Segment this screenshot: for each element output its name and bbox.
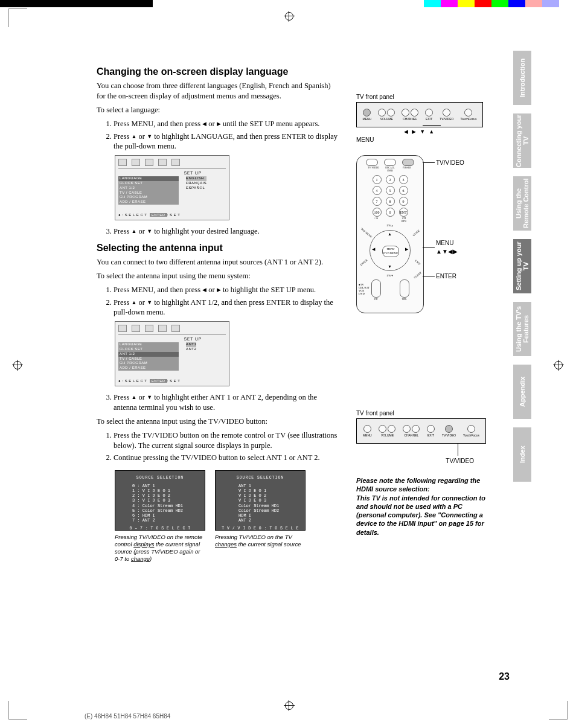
right-arrow-icon: ▶ [217, 120, 221, 127]
down-arrow-icon: ▼ [147, 228, 152, 235]
step: Continue pressing the TV/VIDEO button to… [114, 453, 338, 463]
side-column: TV front panel MENUVOLUMECHANNELEXITTV/V… [356, 94, 486, 537]
caption: Pressing TV/VIDEO on the TV changes the … [215, 534, 306, 548]
section-tab: Connecting your TV [513, 113, 531, 168]
menu-options: ENGLISHFRANÇAISESPAÑOL [179, 176, 206, 205]
remote-num-button: 8 [386, 197, 395, 206]
step: Press MENU, and then press ◀ or ▶ until … [114, 119, 338, 129]
menu-options: ANT1ANT2 [179, 342, 196, 371]
caption: Pressing TV/VIDEO on the remote control … [115, 534, 205, 563]
remote-num-button: 6 [399, 186, 408, 195]
panel-button [411, 109, 418, 117]
registration-mark [13, 361, 22, 369]
panel-button [403, 425, 411, 433]
step: Press ▲ or ▼ to highlight your desired l… [114, 226, 338, 237]
registration-mark [554, 361, 563, 369]
panel-button [412, 425, 420, 433]
remote-ch-switch [371, 279, 381, 298]
panel-button [425, 109, 433, 117]
remote-num-button: 1 [373, 175, 382, 184]
down-arrow-icon: ▼ [147, 299, 152, 306]
osd-menu-screenshot-antenna: SET UP LANGUAGECLOCK SETANT 1/2TV / CABL… [115, 321, 229, 386]
source-selection-remote: SOURCE SELECTION 0 : ANT 11 : V I D E O … [115, 470, 205, 531]
panel-button [363, 425, 371, 433]
section-tab: Using the TV's Features [513, 302, 531, 356]
remote-num-button: 7 [373, 197, 382, 206]
remote-num-button: 0 [386, 208, 395, 217]
section-tab: Setting up your TV [513, 239, 531, 293]
front-panel-2: TV front panel MENUVOLUMECHANNELEXITTV/V… [356, 410, 486, 464]
panel-button [445, 425, 453, 433]
remote-num-button: ENT [399, 208, 408, 217]
model-info: (E) 46H84 51H84 57H84 65H84 [85, 713, 170, 720]
section-tab: Using the Remote Control [513, 176, 531, 231]
section-tabs: IntroductionConnecting your TVUsing the … [513, 51, 531, 482]
steps-tvvideo: Press the TV/VIDEO button on the remote … [97, 430, 338, 464]
section-tab: Index [513, 427, 531, 482]
source-selection-row: SOURCE SELECTION 0 : ANT 11 : V I D E O … [115, 467, 338, 563]
osd-menu-screenshot-language: SET UP LANGUAGECLOCK SETANT 1/2TV / CABL… [115, 155, 229, 220]
steps-language: Press MENU, and then press ◀ or ▶ until … [97, 119, 338, 152]
page: IntroductionConnecting your TVUsing the … [0, 0, 576, 728]
page-number: 23 [499, 671, 510, 682]
para: To select the antenna input using the me… [97, 271, 338, 281]
main-column: Changing the on-screen display language … [97, 66, 338, 563]
callout-line [423, 162, 435, 163]
panel-button [402, 109, 409, 117]
remote-num-button: 5 [386, 186, 395, 195]
up-arrow-icon: ▲ [132, 394, 137, 401]
remote-recall-button [384, 159, 396, 166]
remote-dpad: MENUDVD MENU ▲ ▼ ◀ ▶ [370, 230, 411, 271]
registration-mark [285, 12, 293, 21]
para: You can choose from three different lang… [97, 81, 338, 101]
down-arrow-icon: ▼ [147, 394, 152, 401]
remote-diagram: TV/VIDEO RECALL POWER INFO 1234567891000… [356, 155, 486, 313]
remote-tvvideo-button [366, 159, 378, 166]
left-arrow-icon: ◀ [202, 286, 206, 293]
hdmi-note: Please note the following regarding the … [356, 476, 486, 537]
para: You can connect to two different antenna… [97, 257, 338, 267]
steps-antenna: Press MENU, and then press ◀ or ▶ to hig… [97, 285, 338, 318]
crop-mark [8, 8, 27, 27]
panel-button [467, 425, 475, 433]
remote-num-button: 9 [399, 197, 408, 206]
remote-num-button: 3 [399, 175, 408, 184]
remote-vol-switch [400, 279, 409, 298]
remote-power-button [402, 159, 414, 166]
remote-num-button: 100 [373, 208, 382, 217]
step: Press ▲ or ▼ to highlight LANGUAGE, and … [114, 132, 338, 152]
section-tab: Introduction [513, 51, 531, 105]
para: To select the antenna input using the TV… [97, 417, 338, 427]
up-arrow-icon: ▲ [132, 299, 137, 306]
menu-list: LANGUAGECLOCK SETANT 1/2TV / CABLECH PRO… [118, 176, 179, 205]
callout-line [423, 276, 435, 276]
heading-antenna: Selecting the antenna input [97, 243, 338, 254]
remote-num-button: 4 [373, 186, 382, 195]
step: Press ▲ or ▼ to highlight either ANT 1 o… [114, 392, 338, 413]
panel-button [387, 109, 395, 117]
callout-line [423, 247, 435, 247]
remote-control: TV/VIDEO RECALL POWER INFO 1234567891000… [356, 155, 424, 313]
down-arrow-icon: ▼ [147, 133, 152, 140]
panel-button [378, 109, 386, 117]
callout-line [423, 125, 441, 126]
source-selection-tv: SOURCE SELECTION ANT 1V I D E O 1V I D E… [215, 470, 306, 531]
front-panel-1: TV front panel MENUVOLUMECHANNELEXITTV/V… [356, 94, 483, 143]
panel-button [464, 109, 472, 117]
panel-button [443, 109, 450, 117]
registration-mark [285, 701, 293, 710]
crop-mark [8, 701, 27, 720]
panel-button [427, 425, 435, 433]
panel-button [379, 425, 386, 433]
section-tab: Appendix [513, 365, 531, 419]
para: To select a language: [97, 105, 338, 115]
step: Press ▲ or ▼ to highlight ANT 1/2, and t… [114, 298, 338, 318]
remote-num-button: 2 [386, 175, 395, 184]
crop-mark [549, 701, 568, 720]
color-calibration-bar [0, 0, 576, 7]
left-arrow-icon: ◀ [202, 120, 206, 127]
up-arrow-icon: ▲ [132, 228, 137, 235]
callout-line [458, 444, 459, 456]
panel-button [363, 109, 371, 117]
up-arrow-icon: ▲ [132, 133, 137, 140]
